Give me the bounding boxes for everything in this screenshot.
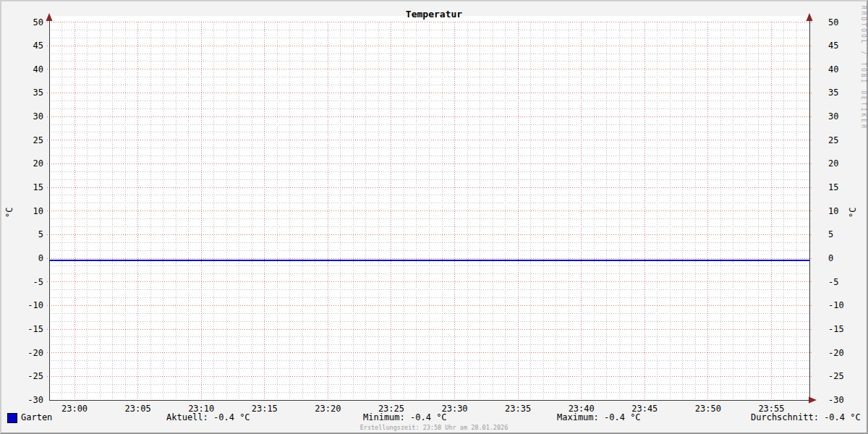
creation-timestamp: Erstellungszeit: 23:58 Uhr am 28.01.2026 bbox=[1, 424, 867, 431]
y-axis-unit-right: °C bbox=[848, 208, 858, 218]
plot-canvas bbox=[49, 16, 809, 400]
chart-title: Temperatur bbox=[1, 9, 867, 20]
y-axis-unit-left: °C bbox=[4, 208, 14, 218]
watermark-text: RRDTOOL / TOBI OETIKER bbox=[860, 6, 867, 130]
chart-canvas bbox=[1, 1, 868, 434]
rrdtool-graph: -30-30-25-25-20-20-15-15-10-10-5-5005510… bbox=[0, 0, 868, 434]
legend-swatch-garten bbox=[7, 413, 17, 423]
